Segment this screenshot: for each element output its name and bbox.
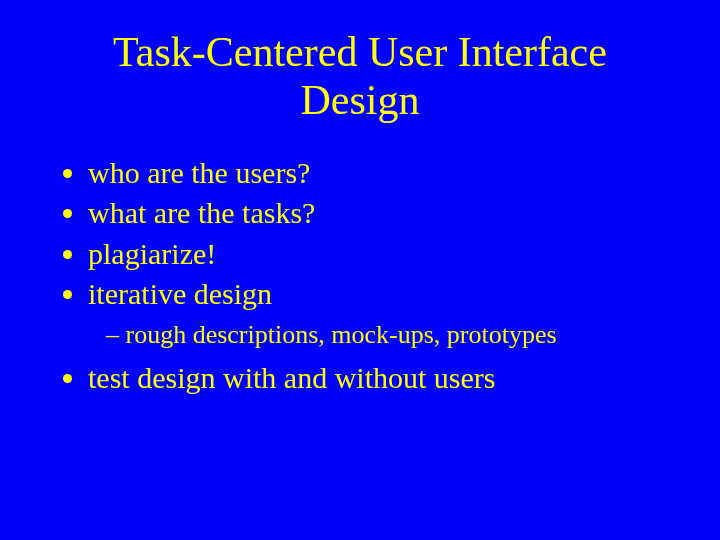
- slide: Task-Centered User Interface Design who …: [0, 0, 720, 540]
- list-item-label: iterative design: [88, 277, 272, 310]
- list-item: what are the tasks?: [88, 193, 670, 234]
- list-item: iterative design rough descriptions, moc…: [88, 274, 670, 352]
- list-item: who are the users?: [88, 153, 670, 194]
- bullet-list: who are the users? what are the tasks? p…: [60, 153, 670, 399]
- slide-title: Task-Centered User Interface Design: [50, 28, 670, 125]
- list-item: test design with and without users: [88, 358, 670, 399]
- list-item: plagiarize!: [88, 234, 670, 275]
- sub-list: rough descriptions, mock-ups, prototypes: [88, 317, 670, 352]
- sub-list-item: rough descriptions, mock-ups, prototypes: [106, 317, 670, 352]
